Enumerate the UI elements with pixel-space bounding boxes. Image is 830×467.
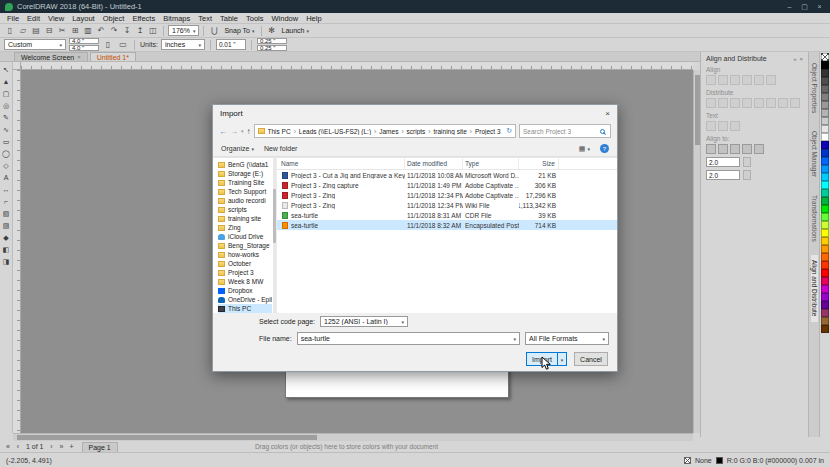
page-tab[interactable]: Page 1 [82, 442, 118, 452]
align-to-button[interactable] [718, 144, 728, 154]
menu-item[interactable]: Help [302, 14, 325, 23]
color-swatch[interactable] [821, 109, 829, 117]
pick-tool[interactable]: ↖ [1, 64, 12, 75]
tree-item[interactable]: Week 8 MW [218, 277, 272, 286]
color-swatch[interactable] [821, 181, 829, 189]
color-swatch[interactable] [821, 157, 829, 165]
color-swatch[interactable] [821, 101, 829, 109]
snap-to-button[interactable]: Snap To [222, 27, 256, 34]
no-color-swatch[interactable] [821, 53, 829, 61]
align-to-button[interactable] [742, 144, 752, 154]
paste-icon[interactable]: ▥ [82, 25, 94, 37]
menu-item[interactable]: Table [216, 14, 242, 23]
tree-item[interactable]: Zing [218, 223, 272, 232]
color-swatch[interactable] [821, 261, 829, 269]
zoom-tool[interactable]: ◎ [1, 100, 12, 111]
color-swatch[interactable] [821, 197, 829, 205]
scrollbar-thumb[interactable] [273, 189, 276, 243]
color-swatch[interactable] [821, 85, 829, 93]
color-swatch[interactable] [821, 301, 829, 309]
menu-item[interactable]: Tools [242, 14, 268, 23]
print-icon[interactable]: ⊟ [43, 25, 55, 37]
landscape-button[interactable]: ▭ [117, 39, 129, 51]
text-tool[interactable]: A [1, 172, 12, 183]
docker-tab[interactable]: Object Properties [811, 58, 818, 118]
code-page-select[interactable]: 1252 (ANSI - Latin I) [320, 316, 408, 327]
color-swatch[interactable] [821, 173, 829, 181]
file-name-input[interactable]: sea-turtle [297, 332, 520, 345]
color-swatch[interactable] [821, 141, 829, 149]
ellipse-tool[interactable]: ◯ [1, 148, 12, 159]
color-swatch[interactable] [821, 165, 829, 173]
color-swatch[interactable] [821, 133, 829, 141]
tree-item[interactable]: October [218, 259, 272, 268]
import-icon[interactable]: ↧ [121, 25, 133, 37]
menu-item[interactable]: Window [267, 14, 302, 23]
export-icon[interactable]: ↥ [134, 25, 146, 37]
align-center-h-button[interactable] [718, 75, 728, 85]
cut-icon[interactable]: ✂ [56, 25, 68, 37]
color-swatch[interactable] [821, 117, 829, 125]
redo-icon[interactable]: ↷ [108, 25, 120, 37]
file-row[interactable]: Project 3 - Zing 11/1/2018 12:34 PM Wiki… [277, 200, 617, 210]
copy-icon[interactable]: ⊞ [69, 25, 81, 37]
tab-untitled-document[interactable]: Untitled 1* [90, 52, 136, 61]
next-page-button[interactable]: › [48, 443, 56, 450]
breadcrumb-item[interactable]: This PC [268, 128, 299, 135]
mesh-fill-tool[interactable]: ◨ [1, 256, 12, 267]
vertical-ruler[interactable] [13, 70, 21, 433]
tree-item[interactable]: audio recordi [218, 196, 272, 205]
tree-item[interactable]: training site [218, 214, 272, 223]
new-document-icon[interactable]: ▯ [4, 25, 16, 37]
menu-item[interactable]: Layout [68, 14, 99, 23]
dialog-close-icon[interactable]: × [605, 109, 610, 118]
color-swatch[interactable] [821, 317, 829, 325]
portrait-button[interactable]: ▯ [102, 39, 114, 51]
menu-item[interactable]: File [3, 14, 23, 23]
distribute-button[interactable] [730, 98, 740, 108]
color-swatch[interactable] [821, 293, 829, 301]
stepper-icon[interactable] [743, 170, 751, 180]
file-row[interactable]: sea-turtle 11/1/2018 8:31 AM CDR File 39… [277, 210, 617, 220]
distribute-button[interactable] [754, 98, 764, 108]
color-swatch[interactable] [821, 245, 829, 253]
color-swatch[interactable] [821, 189, 829, 197]
address-bar[interactable]: This PCLeads (\\EL-US-FS2) (L:)Jamesscri… [254, 124, 516, 138]
dimension-tool[interactable]: ↔ [1, 184, 12, 195]
distribute-button[interactable] [718, 98, 728, 108]
align-top-button[interactable] [742, 75, 752, 85]
help-icon[interactable]: ? [600, 144, 609, 153]
file-row[interactable]: Project 3 - Cut a Jig and Engrave a Keyc… [277, 170, 617, 180]
tree-scrollbar[interactable] [273, 158, 276, 313]
add-page-button[interactable]: + [68, 443, 76, 450]
menu-item[interactable]: Text [194, 14, 216, 23]
distribute-button[interactable] [766, 98, 776, 108]
breadcrumb-item[interactable]: scripts [407, 128, 434, 135]
tree-item[interactable]: scripts [218, 205, 272, 214]
new-folder-button[interactable]: New folder [264, 145, 297, 152]
color-swatch[interactable] [821, 285, 829, 293]
color-swatch[interactable] [821, 125, 829, 133]
breadcrumb-item[interactable]: training site [434, 128, 475, 135]
artistic-media-tool[interactable]: ∿ [1, 124, 12, 135]
horizontal-scrollbar[interactable] [13, 433, 693, 441]
file-row[interactable]: Project 3 - Zing capture 11/1/2018 1:49 … [277, 180, 617, 190]
breadcrumb-item[interactable]: Leads (\\EL-US-FS2) (L:) [299, 128, 379, 135]
docker-tab[interactable]: Transformations [811, 190, 818, 247]
breadcrumb-item[interactable]: Project 3 [475, 128, 503, 135]
color-swatch[interactable] [821, 61, 829, 69]
ruler-origin[interactable] [13, 62, 21, 70]
menu-item[interactable]: Edit [23, 14, 44, 23]
crop-tool[interactable]: ▢ [1, 88, 12, 99]
up-button[interactable]: ↑ [247, 127, 251, 136]
docker-tab[interactable]: Object Manager [811, 126, 818, 182]
transparency-tool[interactable]: ▨ [1, 220, 12, 231]
align-bottom-button[interactable] [766, 75, 776, 85]
forward-button[interactable]: → [230, 127, 238, 136]
tree-item[interactable]: Tech Support [218, 187, 272, 196]
tree-item[interactable]: Dropbox [218, 286, 272, 295]
color-swatch[interactable] [821, 213, 829, 221]
text-align-button[interactable] [730, 121, 740, 131]
close-button[interactable]: × [814, 3, 825, 10]
cancel-button[interactable]: Cancel [574, 352, 608, 366]
